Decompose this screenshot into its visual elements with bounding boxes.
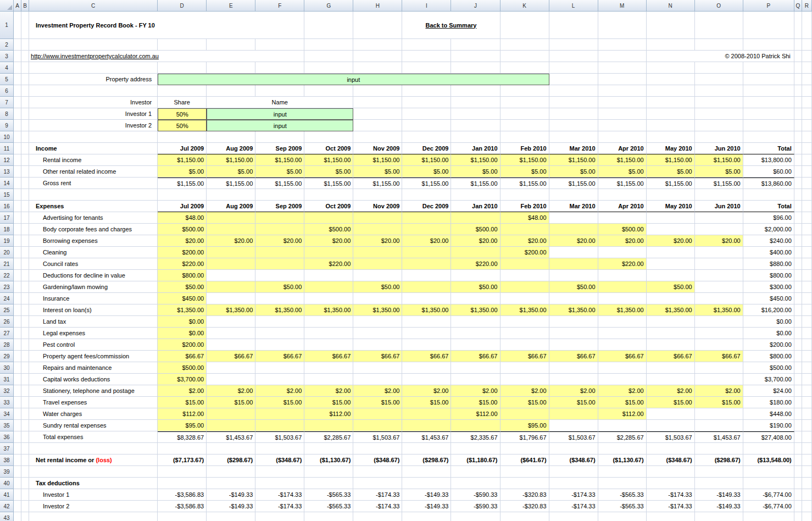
- value-cell[interactable]: $15.00: [207, 397, 255, 408]
- cell-P2[interactable]: [743, 39, 794, 51]
- cell-F37[interactable]: [255, 443, 304, 455]
- value-cell[interactable]: ($348.67): [647, 455, 695, 466]
- value-cell[interactable]: $20.00: [451, 235, 500, 247]
- cell-H1[interactable]: [353, 12, 402, 39]
- value-cell[interactable]: $3,700.00: [158, 374, 207, 385]
- value-cell[interactable]: [598, 212, 647, 224]
- cell-P10[interactable]: [743, 131, 794, 143]
- value-cell[interactable]: $20.00: [500, 235, 549, 247]
- cell-R10[interactable]: [802, 131, 812, 143]
- cell-B23[interactable]: [21, 281, 29, 293]
- cell-B13[interactable]: [21, 166, 29, 178]
- investor-share-input[interactable]: 50%: [158, 108, 207, 120]
- cell-M4[interactable]: [598, 62, 647, 74]
- value-cell[interactable]: [695, 281, 743, 293]
- total-cell[interactable]: $0.00: [743, 316, 794, 328]
- value-cell[interactable]: $2,335.67: [451, 431, 500, 443]
- value-cell[interactable]: $200.00: [500, 247, 549, 258]
- cell-A15[interactable]: [14, 189, 21, 201]
- total-cell[interactable]: $240.00: [743, 235, 794, 247]
- cell-R27[interactable]: [802, 328, 812, 339]
- value-cell[interactable]: [695, 270, 743, 281]
- value-cell[interactable]: $2.00: [451, 385, 500, 397]
- value-cell[interactable]: [255, 408, 304, 420]
- row-header-37[interactable]: 37: [0, 443, 14, 455]
- cell-A34[interactable]: [14, 408, 21, 420]
- value-cell[interactable]: $1,150.00: [158, 154, 207, 166]
- cell-K1[interactable]: [500, 12, 549, 39]
- row-header-18[interactable]: 18: [0, 224, 14, 235]
- value-cell[interactable]: ($641.67): [500, 455, 549, 466]
- cell-Q27[interactable]: [794, 328, 802, 339]
- value-cell[interactable]: $1,350.00: [402, 304, 451, 316]
- value-cell[interactable]: [353, 258, 402, 270]
- cell-P6[interactable]: [743, 85, 794, 97]
- value-cell[interactable]: [695, 328, 743, 339]
- cell-A8[interactable]: [14, 108, 21, 120]
- cell-A30[interactable]: [14, 362, 21, 374]
- cell-R11[interactable]: [802, 143, 812, 154]
- column-header-L[interactable]: L: [549, 0, 598, 12]
- cell-B25[interactable]: [21, 304, 29, 316]
- value-cell[interactable]: [647, 293, 695, 304]
- value-cell[interactable]: $95.00: [158, 420, 207, 431]
- cell-R41[interactable]: [802, 489, 812, 501]
- value-cell[interactable]: $1,150.00: [647, 154, 695, 166]
- cell-F43[interactable]: [255, 512, 304, 521]
- cell-H39[interactable]: [353, 466, 402, 478]
- value-cell[interactable]: $66.67: [549, 351, 598, 362]
- value-cell[interactable]: [353, 212, 402, 224]
- cell-R17[interactable]: [802, 212, 812, 224]
- value-cell[interactable]: $2.00: [402, 385, 451, 397]
- cell-G39[interactable]: [304, 466, 353, 478]
- cell-I8[interactable]: [402, 108, 451, 120]
- cell-Q33[interactable]: [794, 397, 802, 408]
- cell-Q17[interactable]: [794, 212, 802, 224]
- cell-A33[interactable]: [14, 397, 21, 408]
- cell-I43[interactable]: [402, 512, 451, 521]
- value-cell[interactable]: $50.00: [549, 281, 598, 293]
- value-cell[interactable]: [402, 362, 451, 374]
- cell-A27[interactable]: [14, 328, 21, 339]
- cell-J40[interactable]: [451, 478, 500, 489]
- value-cell[interactable]: [598, 339, 647, 351]
- row-header-9[interactable]: 9: [0, 120, 14, 131]
- value-cell[interactable]: $5.00: [207, 166, 255, 178]
- cell-Q30[interactable]: [794, 362, 802, 374]
- value-cell[interactable]: [207, 293, 255, 304]
- column-header-G[interactable]: G: [304, 0, 353, 12]
- value-cell[interactable]: $15.00: [695, 397, 743, 408]
- value-cell[interactable]: [549, 362, 598, 374]
- row-header-31[interactable]: 31: [0, 374, 14, 385]
- value-cell[interactable]: [451, 328, 500, 339]
- value-cell[interactable]: -$174.33: [255, 501, 304, 512]
- value-cell[interactable]: ($298.67): [207, 455, 255, 466]
- cell-Q13[interactable]: [794, 166, 802, 178]
- value-cell[interactable]: $450.00: [158, 293, 207, 304]
- value-cell[interactable]: $1,350.00: [158, 304, 207, 316]
- cell-P1[interactable]: [743, 12, 794, 39]
- value-cell[interactable]: $5.00: [695, 166, 743, 178]
- cell-E37[interactable]: [207, 443, 255, 455]
- row-header-23[interactable]: 23: [0, 281, 14, 293]
- cell-M6[interactable]: [598, 85, 647, 97]
- cell-P40[interactable]: [743, 478, 794, 489]
- cell-G10[interactable]: [304, 131, 353, 143]
- cell-M9[interactable]: [598, 120, 647, 131]
- cell-G4[interactable]: [304, 62, 353, 74]
- value-cell[interactable]: -$149.33: [695, 501, 743, 512]
- cell-E15[interactable]: [207, 189, 255, 201]
- value-cell[interactable]: -$3,586.83: [158, 489, 207, 501]
- value-cell[interactable]: [353, 316, 402, 328]
- value-cell[interactable]: [304, 293, 353, 304]
- cell-Q32[interactable]: [794, 385, 802, 397]
- cell-R26[interactable]: [802, 316, 812, 328]
- cell-B43[interactable]: [21, 512, 29, 521]
- value-cell[interactable]: [647, 420, 695, 431]
- cell-A14[interactable]: [14, 178, 21, 189]
- value-cell[interactable]: [207, 212, 255, 224]
- cell-D39[interactable]: [158, 466, 207, 478]
- cell-H4[interactable]: [353, 62, 402, 74]
- cell-F6[interactable]: [255, 85, 304, 97]
- cell-Q38[interactable]: [794, 455, 802, 466]
